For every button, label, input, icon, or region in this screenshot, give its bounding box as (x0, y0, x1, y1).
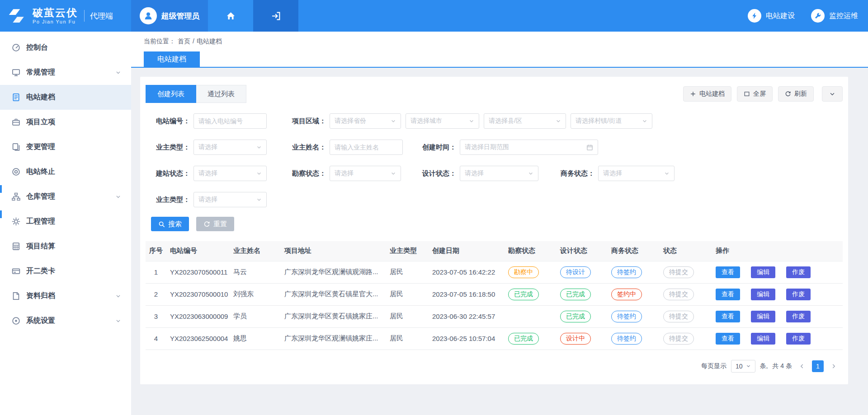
survey-status-cell (505, 305, 557, 327)
sidebar-item-project-settlement[interactable]: 项目结算 (0, 234, 131, 259)
date-range-input[interactable]: 请选择日期范围 (460, 140, 598, 155)
chevron-down-icon (391, 118, 396, 124)
plus-icon (690, 91, 696, 97)
view-button[interactable]: 查看 (716, 266, 740, 278)
build-status-select[interactable]: 请选择 (193, 166, 267, 181)
tab-create-list[interactable]: 创建列表 (146, 85, 196, 103)
chevron-down-icon (469, 118, 474, 124)
sidebar-item-system-settings[interactable]: 系统设置 (0, 308, 131, 333)
created-cell: 2023-07-05 16:18:50 (429, 283, 505, 305)
edit-button[interactable]: 编辑 (751, 266, 775, 278)
tab-passed-list[interactable]: 通过列表 (196, 85, 246, 103)
brand-subtitle: Po Jian Yun Fu (33, 19, 78, 24)
design-status-label: 设计状态： (417, 169, 460, 178)
next-page-button[interactable] (828, 361, 839, 372)
refresh-button[interactable]: 刷新 (778, 86, 814, 102)
breadcrumb-separator: / (193, 37, 194, 46)
sitemap-icon (12, 192, 20, 201)
county-select[interactable]: 请选择县/区 (484, 113, 566, 129)
design-status-select[interactable]: 请选择 (460, 166, 538, 181)
collapse-filters-button[interactable] (822, 86, 843, 102)
void-button[interactable]: 作废 (786, 333, 811, 345)
page-number-button[interactable]: 1 (812, 360, 824, 372)
sidebar-item-warehouse-management[interactable]: 仓库管理 (0, 184, 131, 209)
owner-cell: 马云 (230, 261, 281, 283)
column-header-business: 商务状态 (608, 241, 660, 261)
brand-divider (84, 10, 85, 22)
sidebar-item-type2-card[interactable]: 开二类卡 (0, 259, 131, 284)
design-status-cell: 已完成 (557, 305, 608, 327)
void-button[interactable]: 作废 (786, 289, 811, 300)
owner-name-input[interactable] (335, 144, 398, 151)
survey-status-cell: 勘察中 (505, 261, 557, 283)
index-cell: 2 (146, 283, 166, 305)
status-cell: 待提交 (660, 283, 712, 305)
sidebar-item-station-filing[interactable]: 电站建档 (0, 85, 131, 110)
home-button[interactable] (208, 0, 253, 32)
add-station-button[interactable]: 电站建档 (683, 86, 731, 102)
sidebar-item-change-management[interactable]: 变更管理 (0, 135, 131, 159)
user-menu[interactable]: 超级管理员 (131, 0, 208, 32)
page-header: 当前位置： 首页 / 电站建档 电站建档 (131, 32, 868, 68)
prev-page-button[interactable] (797, 361, 807, 372)
sidebar-item-project-initiation[interactable]: 项目立项 (0, 110, 131, 135)
fullscreen-icon (744, 91, 750, 97)
filter-row-2: 业主类型： 请选择 业主姓名： (146, 138, 843, 156)
edit-button[interactable]: 编辑 (751, 333, 775, 345)
dashboard-icon (12, 43, 20, 52)
sidebar-item-label: 控制台 (26, 43, 48, 52)
owner-type-select[interactable]: 请选择 (193, 140, 267, 155)
view-button[interactable]: 查看 (716, 289, 740, 300)
town-select[interactable]: 请选择村镇/街道 (571, 113, 652, 129)
business-status-select[interactable]: 请选择 (598, 166, 675, 181)
view-button[interactable]: 查看 (716, 311, 740, 322)
fullscreen-button[interactable]: 全屏 (737, 86, 773, 102)
brand-area: 破茧云伏 Po Jian Yun Fu 代理端 (0, 0, 131, 32)
sidebar-item-station-termination[interactable]: 电站终止 (0, 159, 131, 184)
target-icon (12, 168, 20, 176)
reset-button[interactable]: 重置 (196, 217, 234, 231)
station-no-cell: YX2023063000009 (166, 305, 230, 327)
top-bar: 破茧云伏 Po Jian Yun Fu 代理端 超级管理员 电站建设 监控运维 (0, 0, 868, 32)
monitor-icon (12, 68, 20, 77)
status-badge: 已完成 (508, 289, 539, 300)
logout-button[interactable] (253, 0, 298, 32)
sidebar-item-console[interactable]: 控制台 (0, 35, 131, 60)
index-cell: 3 (146, 305, 166, 327)
status-badge: 设计中 (560, 333, 591, 345)
sidebar-item-archive[interactable]: 资料归档 (0, 284, 131, 308)
sidebar-item-label: 仓库管理 (26, 192, 55, 201)
void-button[interactable]: 作废 (786, 311, 811, 322)
survey-status-cell: 已完成 (505, 327, 557, 350)
actions-cell: 查看 编辑 作废 (712, 261, 843, 283)
sidebar-item-general-management[interactable]: 常规管理 (0, 60, 131, 85)
survey-status-select[interactable]: 请选择 (330, 166, 401, 181)
search-button[interactable]: 搜索 (151, 217, 189, 231)
status-badge: 待提交 (663, 266, 694, 278)
column-header-address: 项目地址 (281, 241, 386, 261)
nav-station-build[interactable]: 电站建设 (748, 9, 795, 23)
chevron-down-icon (256, 145, 262, 150)
station-no-input-wrap (193, 113, 267, 129)
edit-button[interactable]: 编辑 (751, 289, 775, 300)
sidebar-item-engineering-management[interactable]: 工程管理 (0, 209, 131, 234)
edit-button[interactable]: 编辑 (751, 311, 775, 322)
gear-icon (12, 217, 20, 226)
breadcrumb-home-link[interactable]: 首页 (178, 37, 190, 46)
void-button[interactable]: 作废 (786, 266, 811, 278)
station-no-input[interactable] (198, 117, 262, 125)
owner-type2-select[interactable]: 请选择 (193, 192, 267, 207)
user-icon (143, 11, 153, 21)
city-select[interactable]: 请选择城市 (406, 113, 479, 129)
chevron-left-icon (799, 363, 805, 369)
status-badge: 待提交 (663, 289, 694, 300)
user-name: 超级管理员 (161, 11, 200, 21)
province-select[interactable]: 请选择省份 (330, 113, 401, 129)
view-button[interactable]: 查看 (716, 333, 740, 345)
filter-actions: 搜索 重置 (146, 217, 843, 231)
per-page-select[interactable]: 10 (731, 360, 755, 373)
table-row: 3 YX2023063000009 学员 广东深圳龙华区黄石镇姚家庄... 居民… (146, 305, 843, 327)
per-page-label: 每页显示 (701, 362, 726, 370)
nav-monitor-ops[interactable]: 监控运维 (811, 9, 858, 23)
page-tab-station-filing[interactable]: 电站建档 (144, 51, 200, 67)
